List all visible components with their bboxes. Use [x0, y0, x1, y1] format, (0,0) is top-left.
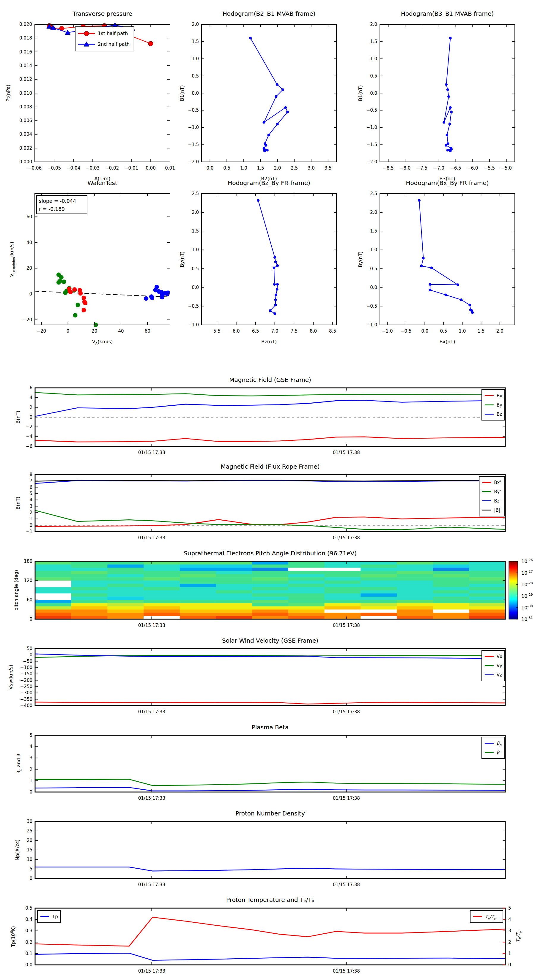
panel-gse: 01/15 17:3301/15 17:38−6−4−20246B(nT)BxB…	[15, 385, 505, 455]
svg-text:−0.01: −0.01	[125, 165, 138, 171]
svg-text:5: 5	[29, 866, 32, 872]
svg-text:2: 2	[29, 510, 32, 515]
svg-text:10-31: 10-31	[521, 616, 533, 622]
svg-text:0.1: 0.1	[25, 951, 32, 956]
svg-text:|B|: |B|	[494, 508, 500, 513]
svg-text:−0.03: −0.03	[86, 165, 99, 171]
svg-text:15: 15	[27, 847, 32, 853]
panel-p6: −1.0−0.50.00.51.01.52.0−1.0−0.50.00.51.0…	[358, 191, 515, 345]
panel-p3: −8.5−8.0−7.5−7.0−6.5−6.0−5.5−5.0−2.0−1.5…	[358, 22, 515, 181]
svg-text:β: β	[497, 750, 500, 755]
svg-text:3.5: 3.5	[324, 165, 332, 171]
svg-text:20: 20	[91, 328, 97, 334]
svg-text:60: 60	[27, 597, 32, 603]
svg-text:−1.0: −1.0	[382, 328, 393, 334]
svg-text:−300: −300	[20, 690, 32, 695]
svg-text:0.00: 0.00	[145, 165, 155, 171]
svg-text:0.0: 0.0	[206, 165, 213, 171]
svg-text:Tp(106K): Tp(106K)	[10, 926, 16, 947]
svg-text:01/15 17:33: 01/15 17:33	[138, 882, 165, 887]
svg-text:−0.5: −0.5	[188, 304, 199, 309]
svg-text:Bz(nT): Bz(nT)	[261, 339, 277, 345]
svg-text:−250: −250	[20, 684, 32, 689]
svg-text:0: 0	[29, 291, 32, 297]
svg-text:1.5: 1.5	[257, 165, 264, 171]
svg-text:01/15 17:38: 01/15 17:38	[333, 709, 360, 714]
svg-text:4: 4	[29, 497, 32, 503]
panel-p1: −0.06−0.05−0.04−0.03−0.02−0.010.000.010.…	[5, 22, 175, 181]
svg-text:−1.0: −1.0	[366, 125, 377, 130]
svg-text:−400: −400	[20, 703, 32, 708]
svg-text:−6: −6	[26, 444, 32, 449]
svg-text:60: 60	[26, 214, 32, 220]
svg-text:B1(nT): B1(nT)	[358, 85, 363, 101]
svg-text:5: 5	[29, 491, 32, 496]
svg-text:0.016: 0.016	[19, 49, 32, 55]
svg-text:01/15 17:33: 01/15 17:33	[138, 709, 165, 714]
panel-title-hodogram-bxby: Hodogram(Bx_By FR frame)	[380, 179, 515, 186]
svg-text:4: 4	[508, 917, 511, 922]
svg-text:Vy: Vy	[497, 663, 502, 668]
svg-text:Bx: Bx	[497, 393, 502, 399]
svg-text:1: 1	[508, 951, 511, 956]
svg-text:2.0: 2.0	[497, 328, 503, 334]
svg-text:1.0: 1.0	[192, 56, 199, 62]
svg-text:slope = -0.044: slope = -0.044	[39, 198, 76, 204]
svg-text:1.0: 1.0	[459, 328, 466, 334]
panel-p2: 0.00.51.01.52.02.53.03.5−2.0−1.5−1.0−0.5…	[179, 22, 337, 181]
svg-text:1.5: 1.5	[192, 39, 199, 44]
svg-text:−2: −2	[26, 424, 32, 430]
svg-text:−0.5: −0.5	[188, 108, 199, 113]
svg-text:8.0: 8.0	[310, 328, 317, 334]
figure: −0.06−0.05−0.04−0.03−0.02−0.010.000.010.…	[0, 0, 535, 980]
svg-text:0.5: 0.5	[370, 73, 377, 79]
svg-text:Np(#/cc): Np(#/cc)	[14, 840, 20, 861]
svg-text:10-30: 10-30	[521, 605, 533, 611]
svg-text:−1.5: −1.5	[366, 142, 377, 147]
svg-text:−200: −200	[20, 678, 32, 683]
svg-text:5.5: 5.5	[213, 328, 220, 334]
panel-title-transverse-pressure: Transverse pressure	[35, 10, 170, 17]
svg-text:0.010: 0.010	[19, 91, 32, 96]
svg-text:2: 2	[508, 940, 511, 945]
svg-text:2.0: 2.0	[192, 210, 199, 215]
svg-text:7: 7	[29, 478, 32, 484]
svg-text:−1.0: −1.0	[366, 322, 377, 328]
svg-text:4: 4	[29, 744, 32, 749]
svg-text:0.018: 0.018	[19, 35, 32, 41]
svg-text:0.5: 0.5	[25, 905, 32, 911]
svg-text:6.0: 6.0	[233, 328, 240, 334]
svg-text:0.014: 0.014	[19, 63, 32, 68]
svg-text:VA(km/s): VA(km/s)	[92, 339, 113, 345]
svg-text:Bx': Bx'	[494, 480, 501, 485]
panel-title-plasma-beta: Plasma Beta	[35, 724, 505, 731]
svg-text:2: 2	[29, 767, 32, 772]
svg-text:−0.02: −0.02	[105, 165, 119, 171]
svg-text:2.0: 2.0	[192, 22, 199, 27]
svg-text:−8.5: −8.5	[383, 165, 393, 171]
panel-title-proton-temperature: Proton Temperature and Tₑ/Tₚ	[35, 896, 505, 904]
svg-text:By': By'	[494, 489, 501, 495]
svg-text:120: 120	[24, 578, 32, 583]
svg-text:2nd half path: 2nd half path	[98, 41, 129, 47]
svg-text:0.0: 0.0	[25, 962, 32, 967]
svg-text:01/15 17:38: 01/15 17:38	[333, 535, 360, 541]
svg-text:1: 1	[29, 516, 32, 522]
svg-text:−1: −1	[26, 529, 32, 534]
svg-text:60: 60	[145, 328, 150, 334]
svg-text:−2.0: −2.0	[188, 159, 199, 164]
svg-text:−7.5: −7.5	[417, 165, 427, 171]
svg-text:By(nT): By(nT)	[179, 251, 185, 267]
svg-text:B(nT): B(nT)	[15, 411, 21, 423]
svg-text:0: 0	[29, 876, 32, 881]
svg-text:3: 3	[508, 928, 511, 933]
panel-title-pitch-angle-distribution: Suprathermal Electrons Pitch Angle Distr…	[35, 550, 505, 557]
panel-title-hodogram-b2b1: Hodogram(B2_B1 MVAB frame)	[201, 10, 337, 17]
svg-text:0: 0	[29, 789, 32, 795]
svg-text:3.0: 3.0	[308, 165, 315, 171]
svg-text:50: 50	[27, 646, 32, 651]
svg-text:−20: −20	[22, 317, 32, 323]
svg-text:01/15 17:33: 01/15 17:33	[138, 969, 165, 974]
panel-p5: 5.56.06.57.07.58.08.5−1.0−0.50.00.51.01.…	[179, 191, 337, 345]
panel-title-hodogram-bzby: Hodogram(Bz_By FR frame)	[201, 179, 337, 186]
